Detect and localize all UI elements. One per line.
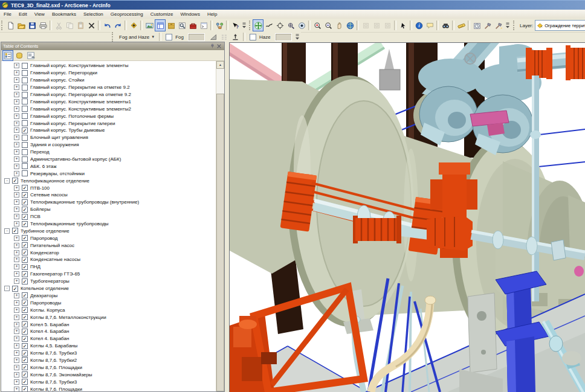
layer-name-label[interactable]: Блочный щит управления: [30, 135, 88, 140]
layer-visibility-checkbox[interactable]: ✓: [12, 228, 18, 234]
layer-name-label[interactable]: Котлы 8,7,6. Площадки: [30, 387, 82, 391]
toc-tree-row[interactable]: + ✓ Сетевые насосы: [1, 191, 216, 199]
toc-tree-row[interactable]: + Здания и сооружения: [1, 141, 216, 149]
layer-visibility-checkbox[interactable]: ✓: [22, 329, 28, 335]
toc-tree-row[interactable]: + ✓ Котлы 8,7,6. Трубки3: [1, 378, 216, 385]
expand-toggle-icon[interactable]: +: [14, 192, 19, 198]
toc-tree-row[interactable]: + Блочный щит управления: [1, 134, 216, 141]
layer-name-label[interactable]: Котлы 4,5. Барабаны: [30, 343, 77, 349]
fog-haze-menu-button[interactable]: Fog and Haze ▼: [117, 34, 157, 40]
layer-name-label[interactable]: Теплофикационное отделение: [21, 178, 89, 184]
layer-name-label[interactable]: Котел 4. Барабан: [30, 329, 69, 334]
layer-name-label[interactable]: Котел 5. Барабан: [30, 322, 69, 327]
layer-visibility-checkbox[interactable]: ✓: [22, 235, 28, 241]
search-window-button[interactable]: [176, 19, 187, 31]
fixed-zoom-out-button[interactable]: [371, 19, 382, 31]
expand-toggle-icon[interactable]: +: [14, 387, 19, 391]
expand-toggle-icon[interactable]: +: [14, 307, 19, 313]
toolbar-button[interactable]: [50, 21, 52, 30]
layer-visibility-checkbox[interactable]: [22, 106, 28, 112]
layer-name-label[interactable]: Главный корпус. Перегородки: [30, 70, 97, 76]
expand-toggle-icon[interactable]: +: [14, 365, 19, 370]
animation-controls-button[interactable]: [471, 19, 482, 31]
expand-toggle-icon[interactable]: +: [14, 271, 19, 277]
toolbar-button[interactable]: [210, 21, 213, 30]
layer-visibility-checkbox[interactable]: [22, 156, 28, 162]
layer-visibility-checkbox[interactable]: ✓: [22, 343, 28, 349]
toc-tree-row[interactable]: + ✓ Котлы 8,7,6. Трубки2: [1, 357, 216, 364]
layer-name-label[interactable]: Котельное отделение: [21, 286, 69, 291]
layer-visibility-checkbox[interactable]: ✓: [12, 286, 18, 292]
layer-name-label[interactable]: Котлы 8,7,6. Металлоконструкции: [30, 315, 106, 320]
layer-name-label[interactable]: Переход: [30, 149, 50, 155]
layer-name-label[interactable]: Главный корпус. Перекрытие галереи: [30, 121, 115, 126]
toolbar-drag-handle[interactable]: [249, 21, 250, 30]
toc-tree-row[interactable]: + ✓ Котлы 8,7,6. Площадки: [1, 364, 216, 371]
expand-toggle-icon[interactable]: +: [14, 379, 19, 385]
layer-name-label[interactable]: Конденсатор: [30, 250, 59, 255]
expand-toggle-icon[interactable]: +: [14, 329, 19, 334]
toolbar-button[interactable]: [308, 21, 311, 30]
toc-tree-row[interactable]: + ✓ Котел 4. Барабан: [1, 328, 216, 335]
expand-toggle-icon[interactable]: -: [4, 228, 10, 234]
scene-view-button[interactable]: [144, 19, 155, 31]
toolbar-button[interactable]: [124, 21, 127, 30]
zoom-in-button[interactable]: [312, 19, 323, 31]
toolbar-button[interactable]: [226, 21, 228, 30]
toc-tree-row[interactable]: + ✓ Паропроводы: [1, 299, 216, 306]
list-by-drawing-order-button[interactable]: [2, 50, 13, 61]
toc-tree-row[interactable]: + ✓ Котлы 8,7,6. Металлоконструкции: [1, 313, 216, 321]
toc-tree-row[interactable]: + Главный корпус. Стойки: [1, 77, 216, 84]
layer-name-label[interactable]: Конденсатные насосы: [30, 257, 80, 262]
expand-toggle-icon[interactable]: +: [14, 221, 19, 227]
toc-tree-row[interactable]: + ✓ Конденсатные насосы: [1, 256, 216, 263]
layer-visibility-checkbox[interactable]: ✓: [22, 371, 28, 378]
layer-visibility-checkbox[interactable]: ✓: [22, 357, 28, 363]
layer-name-label[interactable]: Паропровод: [30, 236, 57, 241]
toolbar-button[interactable]: [452, 21, 454, 30]
toc-tree-row[interactable]: + ✓ Котлы 4,5. Барабаны: [1, 342, 216, 350]
layer-name-label[interactable]: Главный корпус. Стойки: [30, 77, 85, 83]
toc-tree-row[interactable]: + ✓ Турбогенераторы: [1, 278, 216, 285]
layer-name-label[interactable]: Котлы 8,7,6. Экономайзеры: [30, 372, 92, 378]
identify-button[interactable]: [413, 19, 424, 31]
delete-button[interactable]: [86, 19, 97, 31]
layer-visibility-checkbox[interactable]: ✓: [22, 300, 28, 306]
expand-toggle-icon[interactable]: +: [14, 142, 19, 147]
menu-item[interactable]: Selection: [80, 11, 107, 18]
3d-effects-button[interactable]: [493, 19, 504, 31]
layer-visibility-checkbox[interactable]: ✓: [22, 242, 28, 248]
layer-visibility-checkbox[interactable]: ✓: [22, 350, 28, 356]
layer-name-label[interactable]: Главный корпус. Конструктивные элементы: [30, 63, 128, 68]
layer-visibility-checkbox[interactable]: [22, 92, 28, 98]
expand-toggle-icon[interactable]: +: [14, 315, 19, 320]
toc-tree-row[interactable]: + ✓ Котлы 8,7,6. Площадки: [1, 385, 216, 391]
toolbar-drag-handle[interactable]: [1, 21, 2, 30]
layer-visibility-checkbox[interactable]: ✓: [22, 307, 28, 313]
toc-tree-row[interactable]: + Главный корпус. Конструктивные элемент…: [1, 105, 216, 112]
fog-overflow-button[interactable]: [294, 32, 301, 42]
list-by-visibility-button[interactable]: [25, 50, 36, 61]
layer-visibility-checkbox[interactable]: [22, 98, 28, 104]
layer-visibility-checkbox[interactable]: ✓: [22, 336, 28, 342]
layer-visibility-checkbox[interactable]: ✓: [12, 178, 18, 184]
layer-name-label[interactable]: Резервуары, отстойники: [30, 171, 85, 176]
print-button[interactable]: [37, 19, 48, 31]
toolbar-drag-handle[interactable]: [513, 21, 516, 30]
expand-toggle-icon[interactable]: +: [14, 293, 19, 298]
modelbuilder-button[interactable]: [214, 19, 225, 31]
toolbar-button[interactable]: [436, 21, 439, 30]
previous-extent-button[interactable]: [382, 19, 393, 31]
standard-overflow-button[interactable]: [241, 19, 247, 31]
layer-name-label[interactable]: Котлы 8,7,6. Площадки: [30, 365, 82, 370]
expand-toggle-icon[interactable]: +: [14, 63, 19, 68]
layer-visibility-checkbox[interactable]: ✓: [22, 264, 28, 270]
toc-tree-row[interactable]: + ✓ Паропровод: [1, 234, 216, 242]
toolbar-button[interactable]: [357, 21, 359, 30]
toc-tree-row[interactable]: + Главный корпус. Потолочные фермы: [1, 112, 216, 120]
menu-item[interactable]: Help: [204, 11, 221, 18]
menu-item[interactable]: File: [0, 11, 15, 18]
toc-tree-row[interactable]: + Главный корпус. Перегородки на отметке…: [1, 91, 216, 98]
expand-toggle-icon[interactable]: +: [14, 300, 19, 306]
toc-tree-row[interactable]: + ✓ Питательный насос: [1, 242, 216, 249]
